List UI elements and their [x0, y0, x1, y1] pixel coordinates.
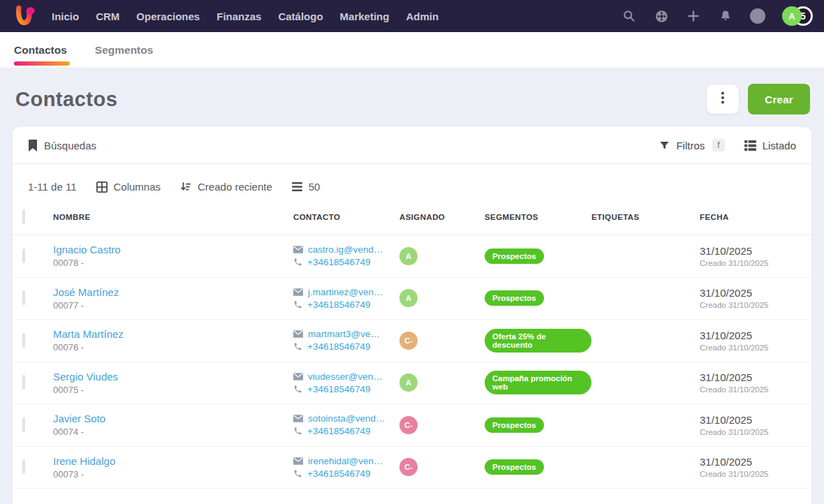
filters-label: Filtros	[676, 140, 705, 151]
row-date: 31/10/2025	[700, 287, 811, 299]
contact-id: 00078 -	[53, 258, 293, 268]
page-header: Contactos Crear	[0, 68, 824, 127]
menu-item-finanzas[interactable]: Finanzas	[216, 10, 261, 22]
results-range: 1-11 de 11	[28, 181, 77, 193]
segment-badge[interactable]: Prospectos	[485, 459, 544, 475]
kebab-icon	[721, 91, 724, 104]
contact-phone[interactable]: +34618546749	[293, 257, 399, 267]
segment-badge[interactable]: Oferta 25% de descuento	[485, 329, 591, 353]
row-checkbox[interactable]	[22, 459, 25, 474]
page-size-value: 50	[309, 181, 321, 193]
table-row[interactable]: Ignacio Castro 00078 - castro.ig@vend… +…	[13, 235, 811, 278]
contact-name-link[interactable]: Sergio Viudes	[53, 371, 293, 383]
contact-phone[interactable]: +34618546749	[293, 299, 399, 310]
notifications-bell-icon[interactable]	[718, 8, 733, 24]
brand-logo[interactable]	[11, 2, 39, 30]
row-date: 31/10/2025	[700, 371, 811, 383]
menu-item-inicio[interactable]: Inicio	[52, 10, 79, 22]
columns-grid-icon	[96, 181, 108, 193]
email-icon	[293, 373, 303, 380]
contact-email[interactable]: irenehidal@ven…	[293, 456, 399, 466]
table-row[interactable]: Javier Soto 00074 - sotoinsta@vend… +346…	[13, 404, 811, 447]
table-row[interactable]: Sergio Viudes 00075 - viudesser@ven… +34…	[13, 362, 811, 405]
table-row[interactable]: Marta Martínez 00076 - martmart3@ve… +34…	[13, 320, 811, 362]
phone-icon	[293, 342, 302, 351]
email-icon	[293, 457, 303, 465]
menu-item-marketing[interactable]: Marketing	[340, 10, 390, 22]
contact-name-link[interactable]: Ignacio Castro	[53, 244, 293, 255]
segment-badge[interactable]: Campaña promoción web	[485, 371, 591, 394]
assignee-avatar[interactable]: C-	[399, 458, 418, 476]
account-area[interactable]: 5 A	[782, 6, 813, 27]
column-header-etiquetas[interactable]: ETIQUETAS	[591, 213, 700, 221]
columns-label: Columnas	[114, 181, 161, 193]
filters-button[interactable]: Filtros f	[659, 139, 724, 151]
segment-badge[interactable]: Prospectos	[485, 249, 544, 264]
row-checkbox[interactable]	[22, 333, 25, 348]
filters-shortcut-badge: f	[712, 139, 724, 151]
add-icon[interactable]	[686, 8, 701, 24]
row-checkbox[interactable]	[22, 375, 25, 390]
contact-phone[interactable]: +34618546749	[293, 426, 399, 436]
columns-button[interactable]: Columnas	[96, 181, 161, 193]
assignee-avatar[interactable]: C-	[399, 416, 418, 434]
table-row[interactable]: José Martínez 00077 - j.martinez@ven… +3…	[13, 278, 811, 320]
sort-icon	[180, 181, 191, 193]
column-header-segmentos[interactable]: SEGMENTOS	[485, 213, 591, 221]
menu-item-admin[interactable]: Admin	[406, 10, 439, 22]
more-actions-button[interactable]	[706, 84, 740, 114]
table-row[interactable]: Irene Hidalgo 00073 - irenehidal@ven… +3…	[13, 447, 811, 489]
view-mode-button[interactable]: Listado	[744, 140, 796, 151]
tab-contactos[interactable]: Contactos	[14, 32, 67, 68]
create-button[interactable]: Crear	[748, 84, 810, 114]
section-tabs: Contactos Segmentos	[0, 32, 824, 68]
segment-badge[interactable]: Prospectos	[485, 417, 544, 433]
menu-item-crm[interactable]: CRM	[96, 10, 119, 22]
top-navbar: Inicio CRM Operaciones Finanzas Catálogo…	[0, 0, 824, 32]
contact-email[interactable]: viudesser@ven…	[293, 371, 399, 382]
row-created: Creado 31/10/2025	[700, 428, 811, 436]
contact-email[interactable]: castro.ig@vend…	[293, 244, 399, 255]
select-all-checkbox[interactable]	[22, 209, 25, 224]
contact-email[interactable]: j.martinez@ven…	[293, 287, 399, 297]
column-header-nombre[interactable]: NOMBRE	[53, 213, 293, 221]
list-toolbar: 1-11 de 11 Columnas Creado reciente 50	[13, 164, 811, 207]
column-header-fecha[interactable]: FECHA	[700, 213, 811, 221]
contact-phone[interactable]: +34618546749	[293, 468, 399, 479]
segment-badge[interactable]: Prospectos	[485, 290, 544, 306]
row-checkbox[interactable]	[22, 290, 25, 305]
contact-email[interactable]: sotoinsta@vend…	[293, 413, 399, 424]
user-avatar[interactable]: A	[782, 6, 802, 26]
contact-name-link[interactable]: Irene Hidalgo	[53, 455, 293, 467]
page-size-button[interactable]: 50	[292, 181, 321, 193]
contact-name-link[interactable]: Marta Martínez	[53, 328, 293, 340]
tab-segmentos[interactable]: Segmentos	[95, 32, 154, 68]
assignee-avatar[interactable]: C-	[399, 332, 418, 350]
contact-phone[interactable]: +34618546749	[293, 384, 399, 394]
status-circle-icon[interactable]	[750, 8, 765, 24]
column-header-asignado[interactable]: ASIGNADO	[399, 213, 485, 221]
sort-button[interactable]: Creado reciente	[180, 181, 272, 193]
assignee-avatar[interactable]: A	[399, 289, 418, 307]
menu-item-catalogo[interactable]: Catálogo	[278, 10, 323, 22]
saved-searches-button[interactable]: Búsquedas	[28, 140, 96, 151]
contact-name-link[interactable]: José Martínez	[53, 286, 293, 298]
email-icon	[293, 330, 303, 338]
search-icon[interactable]	[621, 8, 637, 24]
table-header-row: NOMBRE CONTACTO ASIGNADO SEGMENTOS ETIQU…	[13, 207, 811, 235]
active-tab-underline	[14, 61, 70, 66]
help-icon[interactable]	[654, 8, 669, 24]
row-created: Creado 31/10/2025	[700, 301, 811, 309]
column-header-contacto[interactable]: CONTACTO	[293, 213, 399, 221]
assignee-avatar[interactable]: A	[399, 373, 418, 392]
contact-name-link[interactable]: Javier Soto	[53, 413, 293, 424]
contact-phone[interactable]: +34618546749	[293, 341, 399, 352]
menu-item-operaciones[interactable]: Operaciones	[136, 10, 200, 22]
view-mode-label: Listado	[763, 140, 796, 151]
assignee-avatar[interactable]: A	[399, 247, 418, 265]
row-created: Creado 31/10/2025	[700, 470, 811, 478]
row-checkbox[interactable]	[22, 417, 25, 432]
tab-segmentos-label: Segmentos	[95, 44, 154, 57]
row-checkbox[interactable]	[22, 249, 25, 263]
contact-email[interactable]: martmart3@ve…	[293, 329, 399, 339]
